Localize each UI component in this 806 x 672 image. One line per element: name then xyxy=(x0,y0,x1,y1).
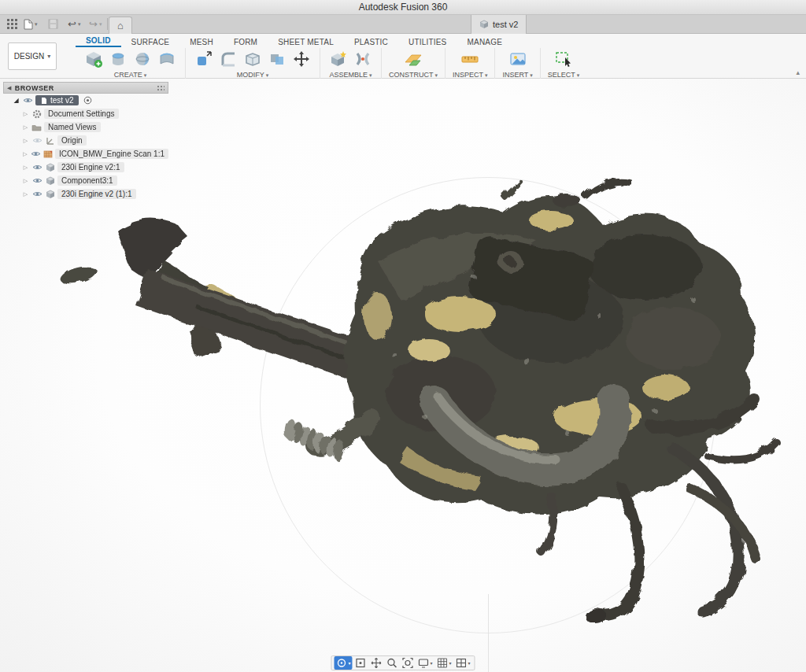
measure-icon[interactable] xyxy=(459,48,481,70)
tree-item-root[interactable]: test v2 xyxy=(35,95,79,105)
quick-access-bar: ▾ ↩ ▾ ↪ ▾ ⌂ test v2 xyxy=(0,15,806,34)
construction-plane-icon[interactable] xyxy=(402,48,424,70)
visibility-eye-icon[interactable] xyxy=(31,177,43,184)
combine-icon[interactable] xyxy=(266,48,288,70)
tree-item-label[interactable]: 230i Engine v2 (1):1 xyxy=(57,189,136,199)
construct-menu[interactable]: CONSTRUCT xyxy=(389,71,438,79)
pan-icon[interactable] xyxy=(368,656,383,670)
component-cube-icon xyxy=(45,163,55,172)
tree-row-engine-v2-copy[interactable]: ▷ 230i Engine v2 (1):1 xyxy=(3,187,168,201)
expand-icon[interactable]: ◢ xyxy=(13,97,20,104)
browser-collapse-icon[interactable]: ◀ xyxy=(7,85,12,91)
document-tab-label: test v2 xyxy=(493,20,518,29)
tree-item-label[interactable]: Component3:1 xyxy=(57,175,117,186)
tree-row-named-views[interactable]: ▷ Named Views xyxy=(3,120,168,134)
tree-row-mesh-scan[interactable]: ▷ ICON_BMW_Engine Scan 1:1 xyxy=(3,147,168,161)
assemble-label: ASSEMBLE xyxy=(330,71,368,79)
tree-row-component3[interactable]: ▷ Component3:1 xyxy=(3,174,168,187)
file-menu-caret-icon: ▾ xyxy=(35,21,38,28)
ribbon-collapse-icon[interactable]: ▴ xyxy=(796,68,800,76)
construct-label: CONSTRUCT xyxy=(389,71,434,79)
tab-manage[interactable]: MANAGE xyxy=(457,36,512,47)
select-label: SELECT xyxy=(548,71,575,79)
file-new-icon[interactable]: ▾ xyxy=(21,15,40,33)
orbit-icon[interactable]: ▾ xyxy=(334,656,352,670)
document-tab[interactable]: test v2 xyxy=(471,15,527,34)
save-icon[interactable] xyxy=(46,15,61,33)
select-menu[interactable]: SELECT xyxy=(548,71,579,79)
browser-header: ◀ BROWSER xyxy=(3,82,168,94)
shell-icon[interactable] xyxy=(242,48,264,70)
new-component-icon[interactable] xyxy=(327,48,349,70)
display-settings-icon[interactable]: ▾ xyxy=(416,656,434,670)
insert-image-icon[interactable] xyxy=(507,48,529,70)
app-grid-icon[interactable] xyxy=(5,15,20,33)
activate-component-radio[interactable] xyxy=(83,96,92,105)
look-at-icon[interactable] xyxy=(353,656,368,670)
group-select: SELECT xyxy=(541,48,586,79)
tree-item-label[interactable]: Document Settings xyxy=(44,109,119,119)
expand-icon[interactable]: ▷ xyxy=(22,164,29,171)
workspace-selector[interactable]: DESIGN xyxy=(8,42,57,70)
zoom-icon[interactable] xyxy=(384,656,399,670)
tree-item-label[interactable]: Named Views xyxy=(44,122,101,132)
tree-item-label[interactable]: 230i Engine v2:1 xyxy=(57,162,124,172)
tree-item-label[interactable]: ICON_BMW_Engine Scan 1:1 xyxy=(55,149,168,159)
tab-sheet-metal[interactable]: SHEET METAL xyxy=(268,36,344,47)
expand-icon[interactable]: ▷ xyxy=(22,111,29,117)
browser-grip-icon[interactable] xyxy=(157,85,165,91)
tab-mesh[interactable]: MESH xyxy=(179,36,224,47)
group-assemble: ASSEMBLE xyxy=(320,48,382,79)
tree-row-root[interactable]: ◢ test v2 xyxy=(3,94,168,107)
tree-row-origin[interactable]: ▷ Origin xyxy=(3,134,168,147)
create-menu[interactable]: CREATE xyxy=(114,71,146,79)
expand-icon[interactable]: ▷ xyxy=(22,191,29,198)
revolve-icon[interactable] xyxy=(131,48,153,70)
modify-menu[interactable]: MODIFY xyxy=(237,71,268,79)
undo-icon[interactable]: ↩ ▾ xyxy=(65,15,83,33)
tab-surface[interactable]: SURFACE xyxy=(121,36,180,47)
visibility-eye-icon[interactable] xyxy=(22,97,33,104)
visibility-eye-icon[interactable] xyxy=(31,190,43,198)
multiple-views-icon[interactable]: ▾ xyxy=(454,656,472,670)
tree-row-document-settings[interactable]: ▷ Document Settings xyxy=(3,107,168,120)
tree-item-label[interactable]: Origin xyxy=(57,135,87,146)
modify-label: MODIFY xyxy=(237,71,264,79)
fit-icon[interactable] xyxy=(400,656,415,670)
expand-icon[interactable]: ▷ xyxy=(22,124,29,131)
press-pull-icon[interactable] xyxy=(193,48,215,70)
tab-utilities[interactable]: UTILITIES xyxy=(398,36,457,47)
expand-icon[interactable]: ▷ xyxy=(22,151,28,157)
display-caret-icon: ▾ xyxy=(430,660,432,666)
insert-menu[interactable]: INSERT xyxy=(502,71,532,79)
extrude-icon[interactable] xyxy=(107,48,129,70)
orbit-caret-icon: ▾ xyxy=(348,660,350,666)
redo-icon[interactable]: ↪ ▾ xyxy=(87,15,104,33)
assemble-menu[interactable]: ASSEMBLE xyxy=(330,71,372,79)
grid-snap-icon[interactable]: ▾ xyxy=(435,656,453,670)
tab-form[interactable]: FORM xyxy=(224,36,268,47)
visibility-eye-icon[interactable] xyxy=(31,137,43,144)
tree-row-engine-v2[interactable]: ▷ 230i Engine v2:1 xyxy=(3,161,168,174)
undo-menu-caret-icon: ▾ xyxy=(78,21,81,28)
inspect-menu[interactable]: INSPECT xyxy=(453,71,487,79)
tab-plastic[interactable]: PLASTIC xyxy=(344,36,398,47)
sweep-icon[interactable] xyxy=(156,48,178,70)
visibility-eye-icon[interactable] xyxy=(31,150,41,157)
browser-panel: ◀ BROWSER ◢ test v2 ▷ Document Settings … xyxy=(3,82,168,201)
origin-axes-icon xyxy=(45,136,55,146)
home-tab[interactable]: ⌂ xyxy=(109,17,132,34)
expand-icon[interactable]: ▷ xyxy=(22,178,29,184)
ribbon-toolbar: DESIGN SOLID SURFACE MESH FORM SHEET MET… xyxy=(0,34,806,79)
joint-icon[interactable] xyxy=(352,48,374,70)
browser-title: BROWSER xyxy=(15,84,153,92)
expand-icon[interactable]: ▷ xyxy=(22,138,29,144)
fillet-icon[interactable] xyxy=(217,48,239,70)
group-create: CREATE xyxy=(76,48,186,79)
visibility-eye-icon[interactable] xyxy=(31,164,43,171)
select-icon[interactable] xyxy=(553,48,575,70)
new-body-icon[interactable] xyxy=(83,48,105,70)
tree-item-label: test v2 xyxy=(50,96,73,105)
tab-solid[interactable]: SOLID xyxy=(76,35,121,47)
move-copy-icon[interactable] xyxy=(290,48,312,70)
